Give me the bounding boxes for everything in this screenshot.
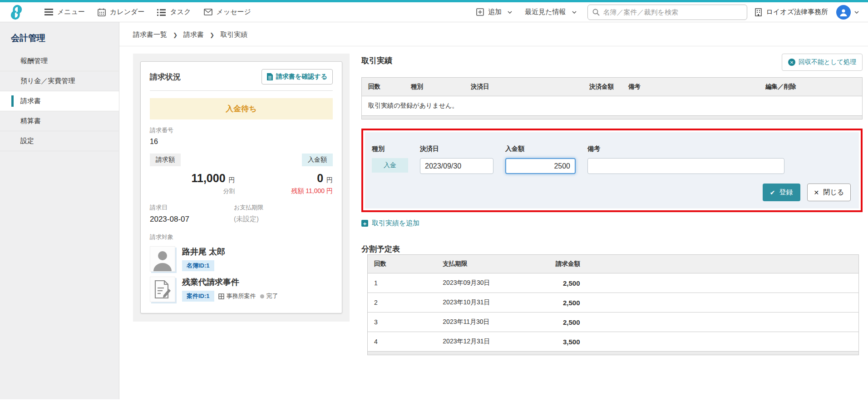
chevron-down-icon — [572, 11, 577, 14]
person-id-badge: 名簿ID:1 — [182, 260, 214, 271]
office-case-tag: 事務所案件 — [218, 292, 256, 300]
user-icon — [839, 8, 848, 17]
view-invoice-label: 請求書を確認する — [276, 73, 327, 81]
breadcrumb-invoice[interactable]: 請求書 — [183, 30, 204, 39]
invoice-status-card: 請求状況 請求書を確認する 入金待ち 請求番号 16 請求額 入金額 — [140, 61, 342, 313]
transactions-empty-row: 取引実績の登録がありません。 — [362, 96, 862, 116]
tasks-icon — [157, 9, 166, 16]
installment-amount: 3,500 — [549, 332, 628, 352]
due-date-value: (未設定) — [234, 215, 318, 223]
installment-amount: 2,500 — [549, 293, 628, 313]
installment-no: 4 — [368, 332, 436, 352]
nav-menu[interactable]: メニュー — [44, 8, 85, 16]
due-date-label: お支払期限 — [234, 203, 318, 212]
circle-x-icon: ✕ — [788, 59, 795, 66]
check-icon: ✔ — [770, 189, 775, 196]
office-selector[interactable]: ロイオズ法律事務所 — [755, 8, 828, 16]
sidebar-item-invoices[interactable]: 請求書 — [0, 91, 119, 111]
breadcrumb-invoice-list[interactable]: 請求書一覧 — [133, 30, 167, 39]
transactions-title: 取引実績 — [361, 54, 392, 66]
col-count: 回数 — [362, 78, 404, 96]
transaction-entry-form: 種別 入金 決済日 入金額 — [365, 132, 859, 208]
nav-calendar[interactable]: カレンダー — [98, 8, 144, 16]
person-photo-placeholder — [150, 246, 175, 272]
invoice-number-label: 請求番号 — [150, 126, 333, 134]
col-count: 回数 — [368, 255, 436, 273]
installment-amount: 2,500 — [549, 273, 628, 293]
installment-due: 2023年10月31日 — [436, 293, 549, 313]
add-transaction-label: 取引実績を追加 — [372, 219, 419, 228]
close-icon: ✕ — [814, 189, 819, 196]
installment-filler — [628, 293, 858, 313]
status-dot-icon — [260, 294, 264, 298]
register-button[interactable]: ✔ 登録 — [763, 184, 800, 201]
installments-title: 分割予定表 — [361, 244, 863, 254]
deposit-amount-input[interactable] — [505, 158, 576, 174]
billing-target-person[interactable]: 路井尾 太郎 名簿ID:1 — [150, 246, 333, 272]
chevron-down-icon — [508, 11, 512, 14]
note-label: 備考 — [587, 145, 784, 153]
type-label: 種別 — [372, 145, 408, 153]
balance-remaining: 残額 11,000 円 — [291, 187, 333, 195]
settlement-date-input[interactable] — [420, 158, 493, 174]
search-input[interactable] — [603, 8, 742, 16]
recent-dropdown[interactable]: 最近見た情報 — [525, 8, 576, 16]
nav-messages-label: メッセージ — [217, 8, 251, 16]
invoice-date-value: 2023-08-07 — [150, 215, 234, 224]
user-avatar[interactable] — [836, 5, 851, 20]
invoice-number-value: 16 — [150, 138, 333, 146]
note-input[interactable] — [587, 158, 784, 174]
installment-row: 2 2023年10月31日 2,500 — [368, 293, 858, 313]
case-id-badge: 案件ID:1 — [182, 291, 214, 302]
add-dropdown[interactable]: 追加 — [476, 8, 512, 16]
sidebar-item-label: 預り金／実費管理 — [20, 77, 75, 84]
paid-amount-badge: 入金額 — [302, 154, 333, 166]
global-search[interactable] — [587, 5, 747, 20]
nav-tasks[interactable]: タスク — [157, 8, 191, 16]
building-icon — [755, 8, 762, 16]
chevron-down-icon[interactable] — [854, 11, 859, 14]
sidebar-item-fee-management[interactable]: 報酬管理 — [0, 51, 119, 71]
messages-icon — [204, 9, 212, 15]
installment-no: 1 — [368, 273, 436, 293]
payment-status-banner: 入金待ち — [150, 98, 333, 119]
top-bar: メニュー カレンダー タスク メッセージ 追加 最近見た情報 ロイオズ法律事務所 — [0, 0, 868, 22]
paid-amount-value: 0 円 — [291, 172, 333, 185]
split-label: 分割 — [150, 187, 235, 195]
close-button[interactable]: ✕ 閉じる — [807, 184, 851, 201]
col-settlement-date: 決済日 — [464, 78, 564, 96]
sidebar-item-settings[interactable]: 設定 — [0, 131, 119, 151]
invoice-card-panel: 請求状況 請求書を確認する 入金待ち 請求番号 16 請求額 入金額 — [133, 54, 350, 322]
office-name: ロイオズ法律事務所 — [766, 8, 828, 16]
amount-field-group: 入金額 — [505, 145, 576, 174]
col-due-date: 支払期限 — [436, 255, 549, 273]
nav-messages[interactable]: メッセージ — [204, 8, 251, 16]
case-icon-box — [150, 277, 175, 302]
installment-filler — [628, 273, 858, 293]
grid-icon — [218, 293, 224, 299]
search-icon — [592, 9, 600, 16]
sidebar: 会計管理 報酬管理 預り金／実費管理 請求書 精算書 設定 — [0, 22, 119, 399]
sidebar-item-settlements[interactable]: 精算書 — [0, 111, 119, 131]
view-invoice-button[interactable]: 請求書を確認する — [261, 69, 333, 84]
app-logo[interactable] — [7, 4, 25, 20]
billing-target-label: 請求対象 — [150, 233, 333, 241]
sidebar-title: 会計管理 — [0, 30, 119, 51]
settlement-date-label: 決済日 — [420, 145, 493, 153]
add-label: 追加 — [488, 8, 502, 16]
mark-uncollectible-button[interactable]: ✕ 回収不能として処理 — [782, 54, 863, 71]
plus-square-icon — [476, 8, 484, 16]
add-transaction-link[interactable]: ＋ 取引実績を追加 — [361, 219, 419, 228]
case-status: 完了 — [260, 292, 278, 300]
transactions-table: 回数 種別 決済日 決済金額 備考 編集／削除 取引実績の登録がありません。 — [362, 78, 862, 116]
billing-target-case[interactable]: 残業代請求事件 案件ID:1 事務所案件 完了 — [150, 277, 333, 302]
col-billed-amount: 請求金額 — [549, 255, 628, 273]
note-field-group: 備考 — [587, 145, 784, 174]
sidebar-item-deposit-expense[interactable]: 預り金／実費管理 — [0, 71, 119, 91]
installments-header-row: 回数 支払期限 請求金額 — [368, 255, 858, 273]
nav-menu-label: メニュー — [57, 8, 85, 16]
register-label: 登録 — [779, 188, 793, 197]
menu-icon — [44, 9, 53, 15]
billed-amount-value: 11,000 円 — [150, 172, 235, 185]
type-field-group: 種別 入金 — [372, 145, 408, 174]
